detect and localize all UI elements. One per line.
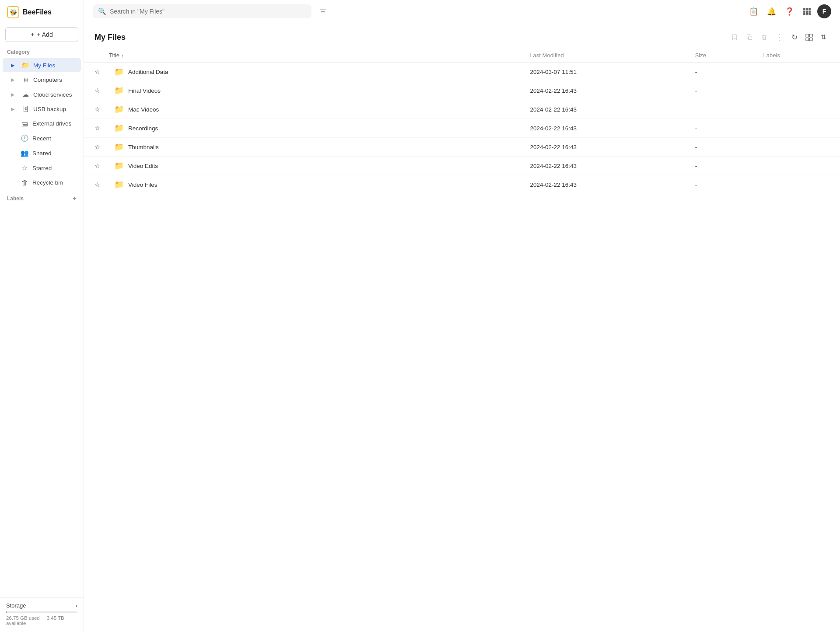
bookmark-action-button[interactable] — [728, 31, 741, 43]
file-labels — [756, 100, 840, 119]
sidebar-item-my-files[interactable]: ▶ 📁 My Files — [3, 58, 81, 72]
storage-bar-fill — [6, 611, 7, 613]
labels-add-button[interactable]: + — [73, 195, 77, 202]
sidebar-item-starred[interactable]: ☆ Starred — [3, 161, 81, 175]
file-size: - — [688, 81, 756, 100]
clock-icon: 🕐 — [21, 134, 28, 142]
star-cell[interactable]: ☆ — [84, 175, 107, 194]
folder-icon: 📁 — [114, 105, 124, 114]
svg-rect-7 — [806, 10, 808, 13]
file-name-cell[interactable]: 📁 Video Edits — [107, 157, 523, 175]
bookmark-icon — [731, 34, 738, 41]
usb-icon: 🗄 — [21, 105, 29, 113]
user-avatar-button[interactable]: F — [817, 4, 831, 18]
file-name-cell[interactable]: 📁 Mac Videos — [107, 100, 523, 119]
logo-icon: 🐝 — [7, 6, 19, 18]
storage-section: Storage › 26.75 GB used · 3.45 TB availa… — [0, 597, 84, 632]
file-name-cell[interactable]: 📁 Additional Data — [107, 63, 523, 81]
sidebar-item-recent[interactable]: 🕐 Recent — [3, 131, 81, 145]
folder-icon: 📁 — [114, 161, 124, 171]
notifications-button[interactable]: 🔔 — [765, 5, 778, 18]
table-header-star — [84, 49, 107, 63]
folder-icon: 📁 — [114, 180, 124, 189]
grid-view-icon — [805, 34, 813, 41]
file-modified: 2024-02-22 16:43 — [523, 138, 688, 157]
filter-button[interactable] — [316, 5, 330, 17]
copy-action-button[interactable] — [743, 31, 756, 43]
star-cell[interactable]: ☆ — [84, 81, 107, 100]
search-box: 🔍 — [93, 4, 312, 18]
file-size: - — [688, 63, 756, 81]
expand-arrow-icon: ▶ — [9, 92, 17, 98]
folder-icon: 📁 — [114, 86, 124, 95]
file-name: Recordings — [128, 125, 158, 132]
expand-arrow-icon: ▶ — [9, 63, 17, 68]
svg-rect-6 — [803, 10, 805, 13]
table-header-labels: Labels — [756, 49, 840, 63]
table-row: ☆ 📁 Video Edits 2024-02-22 16:43 - — [84, 157, 840, 175]
file-name-cell[interactable]: 📁 Final Videos — [107, 81, 523, 100]
delete-action-button[interactable] — [758, 31, 771, 43]
sidebar-item-computers[interactable]: ▶ 🖥 Computers — [3, 73, 81, 87]
file-name: Video Edits — [128, 163, 158, 169]
file-modified: 2024-02-22 16:43 — [523, 81, 688, 100]
file-modified: 2024-02-22 16:43 — [523, 157, 688, 175]
svg-rect-15 — [806, 38, 809, 41]
sidebar-item-label: Recent — [32, 135, 51, 142]
search-input[interactable] — [110, 8, 306, 15]
file-modified: 2024-02-22 16:43 — [523, 100, 688, 119]
folder-icon: 📁 — [21, 61, 29, 69]
people-icon: 👥 — [21, 149, 28, 157]
clipboard-button[interactable]: 📋 — [747, 5, 760, 18]
sidebar-item-recycle-bin[interactable]: 🗑 Recycle bin — [3, 176, 81, 189]
sidebar-item-shared[interactable]: 👥 Shared — [3, 146, 81, 160]
add-button[interactable]: + + Add — [5, 27, 78, 42]
svg-rect-12 — [749, 36, 752, 40]
file-size: - — [688, 157, 756, 175]
content-area: My Files — [84, 23, 840, 632]
file-name-cell[interactable]: 📁 Video Files — [107, 175, 523, 194]
star-cell[interactable]: ☆ — [84, 119, 107, 138]
file-name: Final Videos — [128, 87, 161, 94]
refresh-button[interactable]: ↻ — [788, 31, 801, 44]
table-row: ☆ 📁 Mac Videos 2024-02-22 16:43 - — [84, 100, 840, 119]
apps-button[interactable] — [801, 5, 813, 17]
file-labels — [756, 175, 840, 194]
file-list: ☆ 📁 Additional Data 2024-03-07 11:51 - ☆… — [84, 63, 840, 194]
sidebar-item-label: Computers — [33, 77, 62, 83]
title-header-label: Title — [109, 52, 119, 59]
content-header: My Files — [84, 23, 840, 49]
storage-expand-icon[interactable]: › — [76, 602, 77, 609]
svg-rect-11 — [808, 13, 811, 15]
more-icon: ⋮ — [776, 32, 784, 42]
file-size: - — [688, 175, 756, 194]
folder-icon: 📁 — [114, 142, 124, 152]
sidebar-item-cloud-services[interactable]: ▶ ☁ Cloud services — [3, 87, 81, 101]
file-name-cell[interactable]: 📁 Thumbnails — [107, 138, 523, 157]
table-header-title[interactable]: Title ↑ — [107, 49, 523, 63]
sidebar-item-label: Recycle bin — [32, 179, 63, 186]
star-cell[interactable]: ☆ — [84, 63, 107, 81]
star-cell[interactable]: ☆ — [84, 157, 107, 175]
file-table: Title ↑ Last Modified Size Labels ☆ 📁 Ad… — [84, 49, 840, 194]
labels-section: Labels + — [0, 190, 84, 205]
folder-icon: 📁 — [114, 67, 124, 77]
file-name-cell[interactable]: 📁 Recordings — [107, 119, 523, 138]
help-button[interactable]: ❓ — [783, 5, 796, 18]
svg-rect-13 — [806, 34, 809, 37]
copy-icon — [746, 34, 753, 41]
file-modified: 2024-02-22 16:43 — [523, 175, 688, 194]
labels-title: Labels — [7, 196, 24, 202]
sidebar: 🐝 BeeFiles + + Add Category ▶ 📁 My Files… — [0, 0, 84, 632]
sidebar-item-label: My Files — [33, 62, 55, 69]
more-actions-button[interactable]: ⋮ — [773, 30, 787, 44]
star-cell[interactable]: ☆ — [84, 100, 107, 119]
svg-rect-16 — [809, 38, 812, 41]
sidebar-item-label: Starred — [32, 165, 52, 171]
star-cell[interactable]: ☆ — [84, 138, 107, 157]
sidebar-item-external-drives[interactable]: 🖴 External drives — [3, 117, 81, 130]
sidebar-item-usb-backup[interactable]: ▶ 🗄 USB backup — [3, 102, 81, 116]
sort-button[interactable]: ⇅ — [818, 31, 830, 43]
sidebar-item-label: Shared — [32, 150, 52, 157]
grid-view-button[interactable] — [802, 31, 816, 43]
